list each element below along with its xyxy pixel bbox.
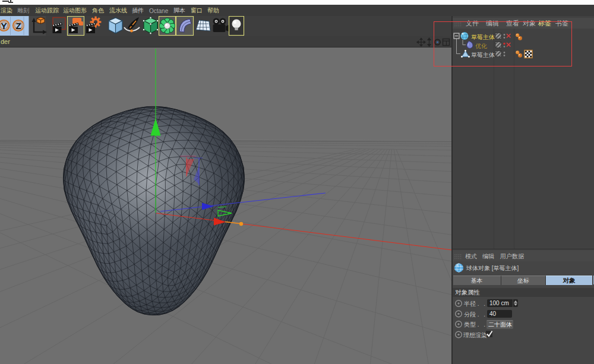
svg-text:Y: Y [1, 21, 7, 31]
svg-text:Z: Z [15, 21, 21, 31]
